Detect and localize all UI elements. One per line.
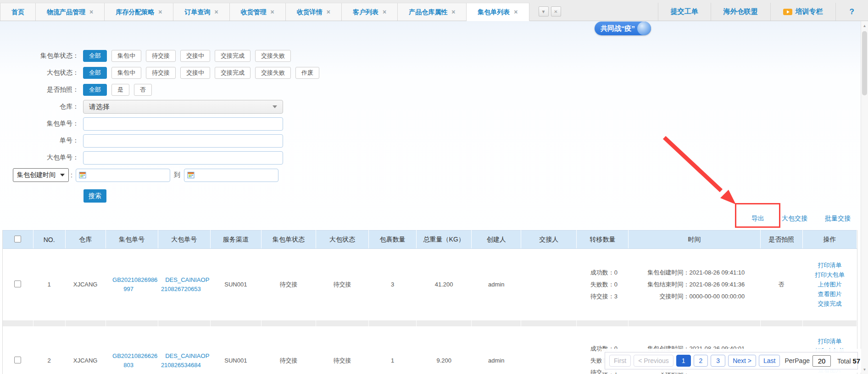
chip-pending-handover[interactable]: 待交接 [146,67,176,79]
cell-warehouse: XJCANG [65,326,106,374]
tab-customer-list[interactable]: 客户列表× [342,3,398,21]
col-operations: 操作 [802,231,857,249]
chip-pending-handover[interactable]: 待交接 [146,50,176,62]
row-checkbox[interactable] [14,280,21,287]
campaign-badge[interactable]: 共同战“疫” [595,22,651,35]
scroll-up-icon[interactable]: ▲ [861,22,868,29]
close-icon[interactable]: × [158,3,162,21]
col-pack-status: 集包单状态 [261,231,316,249]
chip-handover-in-progress[interactable]: 交接中 [180,67,210,79]
chip-packing[interactable]: 集包中 [111,67,141,79]
bag-no-link[interactable]: DES_CAINIAOP210826534684 [159,352,209,368]
tab-order-query[interactable]: 订单查询× [173,3,229,21]
tab-receiving[interactable]: 收货管理× [230,3,286,21]
close-icon[interactable]: × [327,3,330,21]
tab-product-warehouse-attr[interactable]: 产品仓库属性× [398,3,467,21]
filter-panel: 集包单状态： 全部 集包中 待交接 交接中 交接完成 交接失败 大包状态： 全部… [3,21,324,203]
calendar-icon[interactable] [187,171,195,179]
tab-receiving-detail[interactable]: 收货详情× [286,3,342,21]
scroll-down-icon[interactable]: ▼ [861,366,868,373]
overseas-alliance-link[interactable]: 海外仓联盟 [711,3,770,21]
col-handover-person: 交接人 [521,231,577,249]
date-from-input[interactable] [86,172,167,179]
cell-time: 集包创建时间：2021-08-26 09:41:10 集包结束时间：2021-0… [629,249,760,320]
filter-label: 大包单号： [3,154,79,162]
bag-no-link[interactable]: DES_CAINIAOP210826720653 [159,276,209,292]
first-page-button[interactable]: First [609,355,631,367]
close-icon[interactable]: × [514,3,517,21]
bag-no-input[interactable] [83,151,283,165]
bag-handover-link[interactable]: 大包交接 [782,214,807,223]
chip-yes[interactable]: 是 [111,84,129,96]
date-type-select[interactable]: 集包创建时间 [13,168,69,182]
chevron-down-icon [273,105,277,108]
cell-channel: SUN001 [210,326,261,374]
row-checkbox[interactable] [14,357,21,363]
page-3-button[interactable]: 3 [711,355,725,367]
chip-all[interactable]: 全部 [83,50,107,62]
close-icon[interactable]: × [89,3,93,21]
app-window: 首页 物流产品管理× 库存分配策略× 订单查询× 收货管理× 收货详情× 客户列… [0,0,868,374]
print-list-link[interactable]: 打印清单 [803,336,857,346]
chip-all[interactable]: 全部 [83,67,107,79]
tab-home[interactable]: 首页 [0,3,36,21]
cell-transfer-qty: 成功数：0 失败数：0 待交接：3 [577,249,629,320]
chip-handover-failed[interactable]: 交接失败 [255,67,291,79]
date-to-input[interactable] [195,172,275,179]
chip-handover-done[interactable]: 交接完成 [215,50,250,62]
chip-handover-in-progress[interactable]: 交接中 [180,50,210,62]
date-to-field[interactable] [184,169,278,182]
submit-ticket-link[interactable]: 提交工单 [658,3,711,21]
cell-handover-person [521,249,577,320]
cell-warehouse: XJCANG [65,249,106,320]
view-image-link[interactable]: 查看图片 [803,289,857,299]
chip-all[interactable]: 全部 [83,84,107,96]
per-page-input[interactable] [812,355,831,367]
last-page-button[interactable]: Last [759,355,780,367]
date-from-field[interactable] [76,169,170,182]
close-icon[interactable]: × [451,3,455,21]
warehouse-select[interactable]: 请选择 [83,100,283,114]
chip-packing[interactable]: 集包中 [111,50,141,62]
print-list-link[interactable]: 打印清单 [803,260,857,270]
upload-image-link[interactable]: 上传图片 [803,280,857,289]
col-warehouse: 仓库 [65,231,106,249]
scrollbar-thumb[interactable] [862,31,867,95]
close-icon[interactable]: × [271,3,274,21]
close-icon[interactable]: × [214,3,218,21]
tab-close-all-icon[interactable]: ✕ [551,6,561,16]
tab-logistics-products[interactable]: 物流产品管理× [36,3,105,21]
chip-handover-done[interactable]: 交接完成 [215,67,250,79]
previous-page-button[interactable]: < Previous [634,355,673,367]
select-all-checkbox[interactable] [14,236,21,242]
pack-no-link[interactable]: GB20210826986997 [106,276,157,292]
page-1-button[interactable]: 1 [676,355,691,367]
order-no-input[interactable] [83,134,283,148]
close-icon[interactable]: × [383,3,386,21]
training-link[interactable]: 培训专栏 [770,3,835,21]
pack-no-link[interactable]: GB20210826626803 [106,352,157,368]
tab-pack-list-active[interactable]: 集包单列表× [467,3,529,21]
help-link[interactable]: ? [835,3,868,21]
next-page-button[interactable]: Next > [728,355,756,367]
virus-icon [637,22,651,35]
pack-no-input[interactable] [83,117,283,131]
table-row: 1 XJCANG GB20210826986997 DES_CAINIAOP21… [3,249,857,320]
tab-dropdown-icon[interactable]: ▼ [539,6,549,16]
chip-voided[interactable]: 作废 [295,67,319,79]
calendar-icon[interactable] [79,171,86,179]
print-bag-link[interactable]: 打印大包单 [803,270,857,280]
cell-channel: SUN001 [210,249,261,320]
tab-stock-allocation[interactable]: 库存分配策略× [105,3,173,21]
handover-done-link[interactable]: 交接完成 [803,299,857,308]
vertical-scrollbar[interactable]: ▲ ▼ [861,21,868,374]
batch-handover-link[interactable]: 批量交接 [825,214,851,223]
filter-label: 集包单状态： [3,52,79,60]
search-button[interactable]: 搜索 [83,189,106,203]
col-time: 时间 [629,231,760,249]
row-separator [3,320,857,326]
page-2-button[interactable]: 2 [694,355,708,367]
chip-no[interactable]: 否 [134,84,152,96]
tab-bar: 首页 物流产品管理× 库存分配策略× 订单查询× 收货管理× 收货详情× 客户列… [0,0,868,21]
chip-handover-failed[interactable]: 交接失败 [255,50,291,62]
